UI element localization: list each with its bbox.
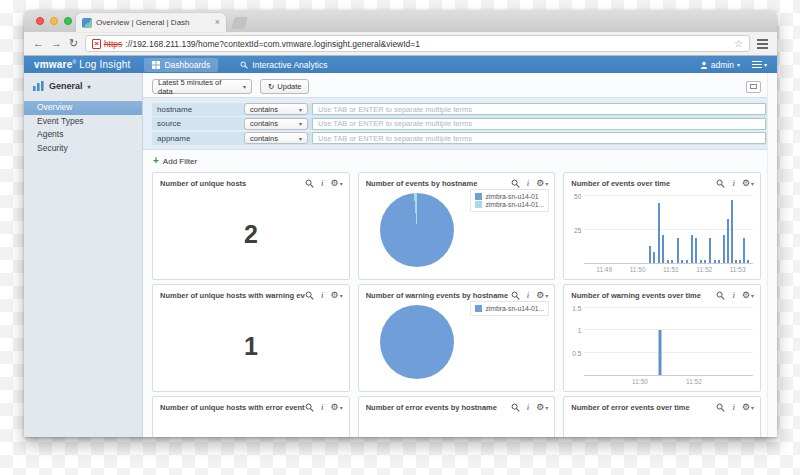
bar	[743, 238, 745, 263]
widget-info-icon[interactable]: i	[321, 402, 324, 412]
zoom-window-button[interactable]	[64, 17, 72, 25]
sidebar-item-event-types[interactable]: Event Types	[24, 115, 142, 129]
browser-tab[interactable]: Overview | General | Dash ×	[76, 13, 226, 32]
filter-row-appname: appname contains▾	[152, 132, 768, 145]
widget-info-icon[interactable]: i	[321, 290, 324, 300]
widget-settings-icon[interactable]: ⚙▾	[536, 290, 548, 300]
widget-warning-events-over-time: Number of warning events over time i⚙▾ 0…	[563, 284, 761, 392]
widget-settings-icon[interactable]: ⚙▾	[331, 178, 343, 188]
new-tab-button[interactable]	[231, 17, 248, 29]
widget-search-icon[interactable]	[305, 291, 314, 300]
filter-field-label: source	[152, 119, 244, 128]
widget-title: Number of unique hosts with warning even…	[160, 291, 305, 300]
bar-chart: 0.511.511:5011:52	[564, 301, 760, 391]
sidebar-item-agents[interactable]: Agents	[24, 128, 142, 142]
tab-title: Overview | General | Dash	[96, 18, 211, 27]
widget-info-icon[interactable]: i	[732, 290, 735, 300]
widget-settings-icon[interactable]: ⚙▾	[536, 178, 548, 188]
browser-tab-bar: Overview | General | Dash ×	[24, 10, 777, 32]
toolbar: Latest 5 minutes of data ▾ ↻ Update	[143, 73, 777, 97]
close-window-button[interactable]	[36, 17, 44, 25]
bar-chart: 255011:4911:5011:5111:5211:53	[564, 189, 760, 279]
main-area: Latest 5 minutes of data ▾ ↻ Update host…	[143, 73, 777, 437]
widget-unique-hosts: Number of unique hosts i⚙▾ 2	[152, 172, 350, 280]
bar	[649, 246, 651, 263]
filter-value-input[interactable]	[312, 103, 766, 115]
scrollbar-track[interactable]	[767, 73, 777, 437]
operator-select[interactable]: contains▾	[244, 103, 308, 115]
filter-value-input[interactable]	[312, 132, 766, 144]
filter-row-hostname: hostname contains▾	[152, 103, 768, 116]
widget-settings-icon[interactable]: ⚙▾	[536, 402, 548, 412]
widget-info-icon[interactable]: i	[321, 178, 324, 188]
bar	[723, 235, 725, 263]
y-axis-tick: 1	[578, 327, 582, 334]
widget-title: Number of unique hosts	[160, 179, 305, 188]
widget-search-icon[interactable]	[511, 179, 520, 188]
widget-info-icon[interactable]: i	[527, 402, 530, 412]
sidebar: General ▾ Overview Event Types Agents Se…	[24, 73, 143, 437]
tab-dashboards[interactable]: Dashboards	[144, 58, 218, 72]
widget-search-icon[interactable]	[305, 179, 314, 188]
certificate-error-icon[interactable]: ×	[92, 39, 101, 49]
user-icon	[700, 61, 708, 69]
plot-area: 255011:4911:5011:5111:5211:53	[584, 196, 753, 264]
app-menu[interactable]: ▾	[752, 59, 767, 70]
widget-warning-events-by-hostname: Number of warning events by hostname i⚙▾…	[358, 284, 556, 392]
plot-area: 0.511.511:5011:52	[584, 308, 753, 376]
url-field[interactable]: × https://192.168.211.139/home?contextId…	[85, 35, 750, 52]
sidebar-item-security[interactable]: Security	[24, 142, 142, 156]
widget-error-events-over-time: Number of error events over time i⚙▾	[563, 396, 761, 437]
forward-icon[interactable]: →	[51, 38, 62, 49]
operator-caret-icon: ▾	[299, 120, 302, 127]
time-range-select[interactable]: Latest 5 minutes of data ▾	[152, 79, 252, 94]
x-axis-tick: 11:51	[663, 266, 679, 273]
x-axis-tick: 11:50	[630, 266, 646, 273]
widget-info-icon[interactable]: i	[527, 178, 530, 188]
app-header: vmware® Log Insight Dashboards Interacti…	[24, 56, 777, 73]
toggle-chart-panel-button[interactable]	[746, 81, 761, 93]
widget-info-icon[interactable]: i	[527, 290, 530, 300]
bar	[653, 252, 655, 263]
bar	[718, 260, 720, 263]
user-menu[interactable]: admin ▾	[700, 60, 740, 70]
minimize-window-button[interactable]	[50, 17, 58, 25]
widget-info-icon[interactable]: i	[732, 402, 735, 412]
filter-panel: hostname contains▾ source contains▾ appn…	[143, 97, 777, 150]
refresh-icon: ↻	[268, 82, 274, 91]
widget-info-icon[interactable]: i	[732, 178, 735, 188]
tab-interactive-analytics[interactable]: Interactive Analytics	[232, 58, 335, 72]
update-button[interactable]: ↻ Update	[260, 79, 309, 94]
back-icon[interactable]: ←	[33, 38, 44, 49]
widget-search-icon[interactable]	[511, 291, 520, 300]
window-controls	[36, 17, 72, 25]
url-text: ://192.168.211.139/home?contextId=com.vm…	[125, 39, 420, 49]
widget-settings-icon[interactable]: ⚙▾	[331, 290, 343, 300]
legend-label: zimbra-sn-u14-01	[485, 193, 538, 200]
browser-menu-icon[interactable]	[757, 37, 768, 51]
bar	[731, 200, 733, 263]
tab-close-icon[interactable]: ×	[215, 18, 220, 27]
widget-title: Number of unique hosts with error events	[160, 403, 305, 412]
widget-search-icon[interactable]	[716, 179, 725, 188]
widget-search-icon[interactable]	[511, 403, 520, 412]
panel-icon	[750, 84, 757, 89]
filter-field-label: appname	[152, 134, 244, 143]
dashboard-group-dropdown[interactable]: General ▾	[24, 73, 142, 101]
widget-settings-icon[interactable]: ⚙▾	[331, 402, 343, 412]
operator-select[interactable]: contains▾	[244, 132, 308, 144]
widget-grid: Number of unique hosts i⚙▾ 2 Number of e…	[152, 172, 761, 437]
legend-swatch	[475, 201, 482, 208]
add-filter-button[interactable]: + Add Filter	[143, 150, 777, 168]
widget-search-icon[interactable]	[305, 403, 314, 412]
filter-value-input[interactable]	[312, 118, 766, 130]
reload-icon[interactable]: ↻	[69, 38, 78, 49]
widget-search-icon[interactable]	[716, 291, 725, 300]
widget-settings-icon[interactable]: ⚙▾	[742, 178, 754, 188]
widget-settings-icon[interactable]: ⚙▾	[742, 402, 754, 412]
widget-search-icon[interactable]	[716, 403, 725, 412]
operator-select[interactable]: contains▾	[244, 118, 308, 130]
widget-settings-icon[interactable]: ⚙▾	[742, 290, 754, 300]
bookmark-star-icon[interactable]: ☆	[734, 38, 743, 49]
sidebar-item-overview[interactable]: Overview	[24, 101, 142, 115]
